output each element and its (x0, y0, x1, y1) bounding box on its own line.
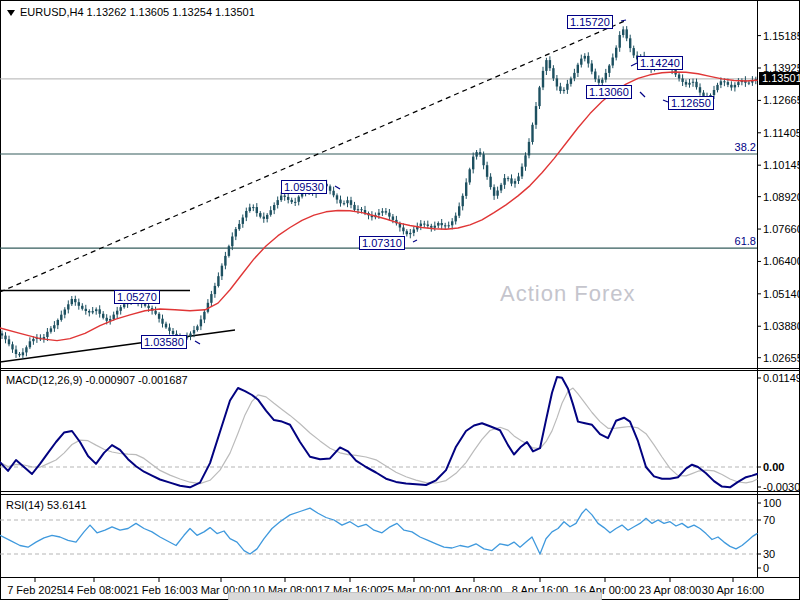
chart-canvas[interactable] (0, 0, 800, 600)
callout-tail (335, 186, 340, 189)
macd-signal-line (0, 388, 757, 484)
rsi-label: RSI(14) 53.6141 (6, 499, 87, 511)
horizontal-scrollbar-thumb[interactable] (228, 592, 602, 600)
callout-tail (631, 63, 637, 66)
rsi-line (0, 508, 757, 554)
symbol-ohlc-header: EURUSD,H4 1.13262 1.13605 1.13254 1.1350… (20, 6, 255, 18)
support-trendline[interactable] (0, 330, 235, 362)
callout-tail (413, 240, 417, 242)
mt4-chart-window: Action Forex EURUSD,H4 1.13262 1.13605 1… (0, 0, 800, 600)
macd-label: MACD(12,26,9) -0.000907 -0.001687 (6, 374, 188, 386)
callout-tail (663, 100, 668, 102)
callout-tail (640, 92, 645, 97)
callout-tail (621, 20, 626, 21)
dashed-trendline[interactable] (0, 20, 627, 292)
dropdown-triangle-icon[interactable] (7, 10, 15, 16)
ma-line (0, 72, 757, 341)
callout-tail (195, 341, 200, 344)
